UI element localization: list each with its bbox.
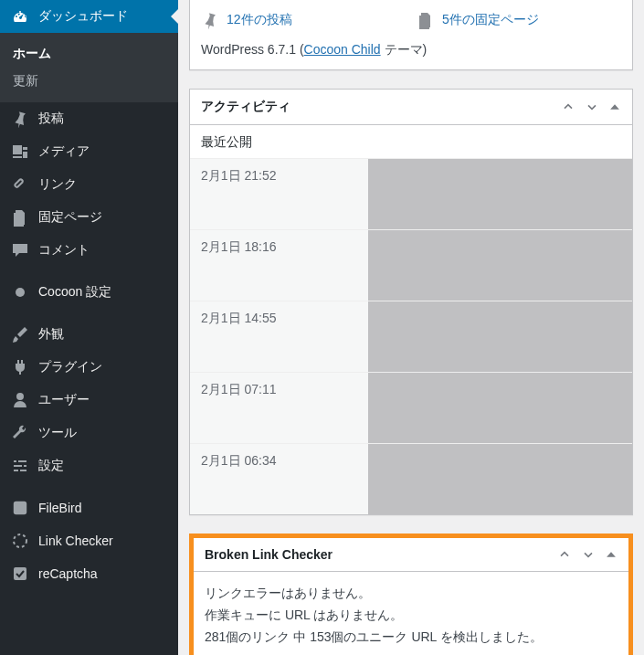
filebird-icon: [11, 499, 29, 517]
activity-time: 2月1日 06:34: [190, 444, 368, 514]
move-up-icon[interactable]: [561, 100, 575, 114]
page-icon: [417, 11, 435, 29]
dashboard-icon: [11, 7, 29, 26]
media-icon: [11, 143, 29, 161]
submenu-updates[interactable]: 更新: [0, 68, 178, 95]
sidebar-label: リンク: [38, 176, 77, 193]
sidebar-item-pages[interactable]: 固定ページ: [0, 201, 178, 234]
sidebar-label: FileBird: [38, 501, 81, 515]
activity-widget: アクティビティ 最近公開 2月1日 21:52 2月1日 18:16 2月1日 …: [189, 89, 633, 515]
sidebar-item-filebird[interactable]: FileBird: [0, 491, 178, 524]
activity-row[interactable]: 2月1日 21:52: [190, 158, 632, 229]
sidebar-item-recaptcha[interactable]: reCaptcha: [0, 557, 178, 590]
activity-thumb: [368, 230, 632, 301]
admin-sidebar: ダッシュボード ホーム 更新 投稿 メディア リンク 固定ページ コメント Co…: [0, 0, 178, 655]
wp-version: WordPress 6.7.1 (Cocoon Child テーマ): [201, 42, 621, 58]
activity-row[interactable]: 2月1日 14:55: [190, 301, 632, 372]
activity-time: 2月1日 21:52: [190, 159, 368, 229]
sidebar-item-cocoon[interactable]: Cocoon 設定: [0, 276, 178, 309]
glance-pages: 5件の固定ページ: [417, 11, 621, 29]
toggle-icon[interactable]: [605, 547, 618, 562]
main-content: 12件の投稿 5件の固定ページ WordPress 6.7.1 (Cocoon …: [178, 0, 644, 655]
at-a-glance-widget: 12件の投稿 5件の固定ページ WordPress 6.7.1 (Cocoon …: [189, 0, 633, 70]
activity-row[interactable]: 2月1日 07:11: [190, 372, 632, 443]
dashboard-submenu: ホーム 更新: [0, 33, 178, 102]
activity-list: 2月1日 21:52 2月1日 18:16 2月1日 14:55 2月1日 07…: [190, 158, 632, 514]
svg-rect-1: [14, 502, 26, 514]
sidebar-item-plugins[interactable]: プラグイン: [0, 351, 178, 384]
sidebar-label: 投稿: [38, 111, 64, 127]
sidebar-label: ダッシュボード: [38, 8, 128, 25]
svg-point-0: [16, 288, 25, 297]
plugin-icon: [11, 358, 29, 376]
sidebar-label: プラグイン: [38, 359, 102, 375]
blc-line2: 作業キューに URL はありません。: [205, 605, 618, 627]
activity-thumb: [368, 373, 632, 443]
pin-icon: [11, 110, 29, 128]
sidebar-label: コメント: [38, 242, 90, 259]
sidebar-label: 設定: [38, 458, 64, 474]
theme-link[interactable]: Cocoon Child: [304, 42, 381, 57]
move-down-icon[interactable]: [581, 547, 596, 562]
check-icon: [11, 565, 29, 583]
toggle-icon[interactable]: [608, 100, 621, 114]
sidebar-item-links[interactable]: リンク: [0, 168, 178, 201]
blc-line1: リンクエラーはありません。: [205, 583, 618, 605]
sidebar-item-appearance[interactable]: 外観: [0, 318, 178, 351]
activity-time: 2月1日 18:16: [190, 230, 368, 301]
sidebar-label: Cocoon 設定: [38, 284, 111, 301]
activity-row[interactable]: 2月1日 06:34: [190, 443, 632, 514]
sidebar-item-settings[interactable]: 設定: [0, 449, 178, 482]
glance-posts: 12件の投稿: [201, 11, 406, 29]
sidebar-label: メディア: [38, 143, 90, 160]
pages-link[interactable]: 5件の固定ページ: [442, 12, 539, 28]
svg-rect-3: [14, 567, 26, 580]
move-down-icon[interactable]: [585, 100, 599, 114]
circle-icon: [11, 283, 29, 301]
sidebar-label: 外観: [38, 326, 64, 343]
sidebar-item-linkchecker[interactable]: Link Checker: [0, 524, 178, 557]
sidebar-item-users[interactable]: ユーザー: [0, 384, 178, 417]
blc-line3: 281個のリンク 中 153個のユニーク URL を検出しました。: [205, 627, 618, 649]
activity-row[interactable]: 2月1日 18:16: [190, 229, 632, 301]
sidebar-label: Link Checker: [38, 534, 113, 548]
sidebar-label: 固定ページ: [38, 209, 102, 226]
brush-icon: [11, 325, 29, 343]
svg-point-2: [14, 534, 26, 547]
wrench-icon: [11, 424, 29, 442]
activity-thumb: [368, 301, 632, 372]
activity-thumb: [368, 159, 632, 229]
pin-icon: [201, 11, 219, 29]
recent-label: 最近公開: [190, 125, 632, 158]
activity-time: 2月1日 07:11: [190, 373, 368, 443]
sidebar-item-comments[interactable]: コメント: [0, 234, 178, 267]
posts-link[interactable]: 12件の投稿: [227, 12, 292, 28]
activity-title: アクティビティ: [201, 99, 290, 115]
submenu-home[interactable]: ホーム: [0, 40, 178, 68]
broken-link-checker-widget: Broken Link Checker リンクエラーはありません。 作業キューに…: [189, 534, 633, 655]
sidebar-item-tools[interactable]: ツール: [0, 417, 178, 449]
sidebar-item-posts[interactable]: 投稿: [0, 102, 178, 135]
sidebar-label: ユーザー: [38, 392, 90, 408]
user-icon: [11, 391, 29, 409]
blc-title: Broken Link Checker: [205, 547, 333, 562]
sliders-icon: [11, 457, 29, 475]
sidebar-item-dashboard[interactable]: ダッシュボード: [0, 0, 178, 33]
sidebar-label: reCaptcha: [38, 566, 98, 581]
sidebar-item-media[interactable]: メディア: [0, 135, 178, 168]
move-up-icon[interactable]: [557, 547, 572, 562]
link-icon: [11, 175, 29, 194]
page-icon: [11, 208, 29, 227]
activity-time: 2月1日 14:55: [190, 301, 368, 372]
activity-thumb: [368, 444, 632, 514]
comment-icon: [11, 241, 29, 259]
linkchecker-icon: [11, 532, 29, 550]
sidebar-label: ツール: [38, 425, 77, 441]
